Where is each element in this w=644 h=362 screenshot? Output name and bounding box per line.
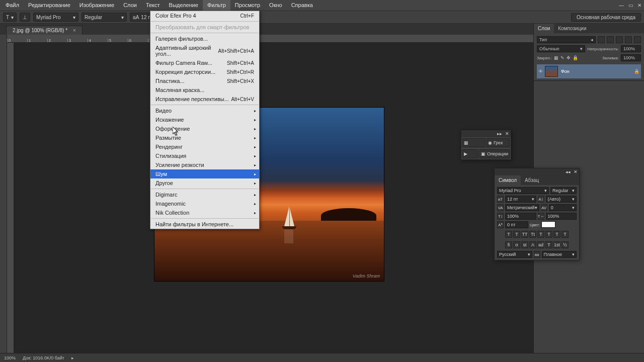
visibility-icon[interactable]: 👁 bbox=[538, 69, 543, 74]
char-tracking[interactable]: Метрический▾ bbox=[505, 204, 539, 211]
filter-smart-icon[interactable] bbox=[634, 36, 641, 43]
style-strike[interactable]: T bbox=[561, 231, 569, 238]
menu-item-noise[interactable]: Шум▸ bbox=[150, 169, 259, 178]
ot-fractions[interactable]: ½ bbox=[561, 241, 569, 248]
char-size[interactable]: 12 пт▾ bbox=[505, 196, 536, 203]
ot-stylistic[interactable]: ad bbox=[537, 241, 544, 248]
menu-item-pixelate[interactable]: Оформление▸ bbox=[150, 124, 259, 133]
close-icon[interactable]: ✕ bbox=[635, 0, 644, 11]
menu-item-last-filter[interactable]: Color Efex Pro 4Ctrl+F bbox=[150, 11, 259, 20]
tab-layers[interactable]: Слои bbox=[534, 24, 554, 33]
menu-item-other[interactable]: Другое▸ bbox=[150, 178, 259, 188]
menu-item-video[interactable]: Видео▸ bbox=[150, 106, 259, 115]
menu-item-liquify[interactable]: Пластика...Shift+Ctrl+X bbox=[150, 76, 259, 85]
fill-field[interactable]: 100% bbox=[621, 54, 641, 61]
lock-paint-icon[interactable]: ✎ bbox=[560, 55, 565, 60]
char-font-family[interactable]: Myriad Pro▾ bbox=[497, 187, 549, 194]
lock-transparent-icon[interactable]: ▦ bbox=[554, 55, 558, 60]
menu-item-sharpen[interactable]: Усиление резкости▸ bbox=[150, 160, 259, 169]
char-antialias[interactable]: Плавное▾ bbox=[542, 251, 577, 258]
style-super[interactable]: T bbox=[537, 231, 544, 238]
menu-filter[interactable]: Фильтр bbox=[203, 0, 230, 11]
doc-tab-active[interactable]: 2.jpg @ 100% (RGB/8) * × bbox=[6, 26, 83, 35]
style-underline[interactable]: T bbox=[553, 231, 560, 238]
layer-thumbnail[interactable] bbox=[545, 66, 558, 77]
ot-swash[interactable]: A bbox=[529, 241, 536, 248]
char-kerning[interactable]: 0▾ bbox=[549, 204, 577, 211]
menu-text[interactable]: Текст bbox=[141, 0, 165, 11]
close-icon[interactable]: × bbox=[73, 28, 76, 33]
char-language[interactable]: Русский▾ bbox=[497, 251, 532, 258]
maximize-icon[interactable]: ▭ bbox=[626, 0, 635, 11]
opacity-field[interactable]: 100% bbox=[621, 45, 641, 52]
orientation-toggle[interactable]: ⊥ bbox=[20, 13, 30, 22]
char-baseline[interactable]: 0 пт bbox=[505, 221, 528, 228]
style-smallcaps[interactable]: Tt bbox=[529, 231, 536, 238]
ot-discretionary[interactable]: st bbox=[521, 241, 528, 248]
menu-file[interactable]: Файл bbox=[1, 0, 24, 11]
menu-item-oil-paint[interactable]: Масляная краска... bbox=[150, 85, 259, 95]
menu-item-lens-correction[interactable]: Коррекция дисторсии...Shift+Ctrl+R bbox=[150, 67, 259, 76]
menu-item-render[interactable]: Рендеринг▸ bbox=[150, 142, 259, 151]
ot-contextual[interactable]: σ bbox=[513, 241, 520, 248]
menu-select[interactable]: Выделение bbox=[165, 0, 203, 11]
ot-ordinals[interactable]: 1st bbox=[553, 241, 560, 248]
layer-row[interactable]: 👁 Фон 🔒 bbox=[537, 64, 641, 78]
blend-mode[interactable]: Обычные▾ bbox=[537, 45, 585, 52]
menu-item-filter-gallery[interactable]: Галерея фильтров... bbox=[150, 34, 259, 43]
menu-window[interactable]: Окно bbox=[265, 0, 287, 11]
ot-titling[interactable]: T bbox=[545, 241, 552, 248]
style-caps[interactable]: TT bbox=[521, 231, 528, 238]
collapse-icon[interactable]: ▸▸ bbox=[497, 131, 502, 136]
menu-item-nik[interactable]: Nik Collection▸ bbox=[150, 208, 259, 217]
menu-view[interactable]: Просмотр bbox=[230, 0, 265, 11]
style-bold[interactable]: T bbox=[505, 231, 512, 238]
menu-item-camera-raw[interactable]: Фильтр Camera Raw...Shift+Ctrl+A bbox=[150, 58, 259, 67]
lock-all-icon[interactable]: 🔒 bbox=[573, 55, 578, 60]
style-italic[interactable]: T bbox=[513, 231, 520, 238]
minimize-icon[interactable]: — bbox=[617, 0, 626, 11]
collapse-icon[interactable]: ◂◂ bbox=[566, 169, 571, 174]
action-btn-left2[interactable]: ▶ bbox=[462, 149, 478, 158]
char-vscale[interactable]: 100% bbox=[505, 213, 536, 220]
char-color-swatch[interactable] bbox=[541, 221, 555, 228]
tools-strip[interactable] bbox=[0, 35, 7, 353]
action-btn-ops[interactable]: ▣ Операции bbox=[479, 149, 510, 158]
menu-item-imagenomic[interactable]: Imagenomic▸ bbox=[150, 199, 259, 208]
char-font-style[interactable]: Regular▾ bbox=[550, 187, 577, 194]
zoom-value[interactable]: 100% bbox=[4, 355, 16, 360]
tool-preset[interactable]: T▾ bbox=[3, 13, 17, 22]
lock-move-icon[interactable]: ✥ bbox=[567, 55, 571, 60]
canvas[interactable]: Vadim Shram bbox=[15, 44, 532, 352]
font-family-select[interactable]: Myriad Pro▾ bbox=[33, 13, 78, 22]
menu-help[interactable]: Справка bbox=[287, 0, 317, 11]
menu-item-filters-online[interactable]: Найти фильтры в Интернете... bbox=[150, 220, 259, 229]
tab-character[interactable]: Символ bbox=[495, 175, 521, 185]
menu-item-stylize[interactable]: Стилизация▸ bbox=[150, 151, 259, 160]
char-hscale[interactable]: 100% bbox=[546, 213, 577, 220]
filter-pixel-icon[interactable] bbox=[598, 36, 605, 43]
menu-item-digimarc[interactable]: Digimarc▸ bbox=[150, 190, 259, 199]
font-style-select[interactable]: Regular▾ bbox=[82, 13, 127, 22]
doc-info[interactable]: Док: 1016.0K/0 байт bbox=[23, 355, 64, 360]
menu-item-distort[interactable]: Искажение▸ bbox=[150, 115, 259, 124]
filter-shape-icon[interactable] bbox=[625, 36, 632, 43]
close-icon[interactable]: ✕ bbox=[574, 169, 578, 174]
action-btn-left[interactable]: ▦ bbox=[462, 138, 486, 147]
menu-item-vanishing-point[interactable]: Исправление перспективы...Alt+Ctrl+V bbox=[150, 95, 259, 104]
tab-comps[interactable]: Композиции bbox=[554, 24, 590, 33]
style-sub[interactable]: T bbox=[545, 231, 552, 238]
menu-item-adaptive-wide[interactable]: Адаптивный широкий угол...Alt+Shift+Ctrl… bbox=[150, 43, 259, 58]
menu-image[interactable]: Изображение bbox=[75, 0, 119, 11]
char-leading[interactable]: (Авто)▾ bbox=[546, 196, 577, 203]
menu-edit[interactable]: Редактирование bbox=[24, 0, 75, 11]
close-icon[interactable]: ✕ bbox=[505, 131, 509, 136]
menu-item-blur[interactable]: Размытие▸ bbox=[150, 133, 259, 142]
info-arrow-icon[interactable]: ▸ bbox=[71, 355, 74, 360]
filter-text-icon[interactable] bbox=[616, 36, 623, 43]
tab-paragraph[interactable]: Абзац bbox=[521, 175, 543, 185]
ot-lig[interactable]: fi bbox=[505, 241, 512, 248]
workspace-label[interactable]: Основная рабочая среда bbox=[571, 13, 641, 22]
filter-adj-icon[interactable] bbox=[607, 36, 614, 43]
action-btn-grek[interactable]: ◉ Грек bbox=[487, 138, 510, 147]
